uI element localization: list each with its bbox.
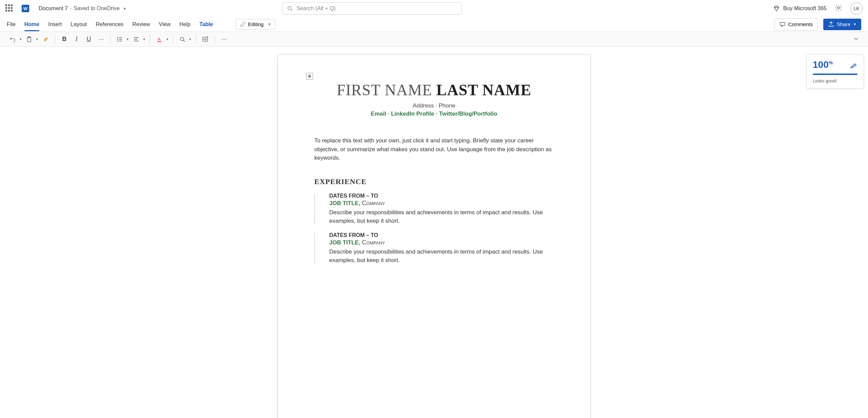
align-button[interactable] — [131, 34, 141, 44]
resume-name-heading[interactable]: FIRST NAME LAST NAME — [314, 81, 554, 99]
find-button[interactable] — [177, 34, 188, 44]
experience-dates: DATES FROM – TO — [329, 232, 554, 238]
tab-table[interactable]: Table — [199, 18, 213, 31]
svg-rect-17 — [157, 41, 161, 42]
editor-score-widget[interactable]: 100% Looks good! — [806, 54, 864, 88]
search-placeholder: Search (Alt + Q) — [297, 5, 336, 12]
experience-description: Describe your responsibilities and achie… — [329, 208, 554, 225]
ribbon-toolbar: ▼ ▼ B I U ⋯ ▼ ▼ A ▼ ▼ + ⋯ — [0, 32, 868, 47]
chevron-down-icon: ▼ — [268, 22, 271, 26]
chevron-down-icon[interactable]: ▼ — [189, 38, 192, 41]
user-avatar[interactable]: LK — [850, 2, 863, 15]
document-title-area[interactable]: Document 7 - Saved to OneDrive ▼ — [39, 5, 126, 12]
svg-line-19 — [183, 40, 185, 42]
svg-point-11 — [117, 40, 118, 41]
tab-layout[interactable]: Layout — [71, 18, 87, 31]
editor-score-message: Looks good! — [813, 78, 857, 83]
tab-file[interactable]: File — [7, 18, 16, 31]
pen-feather-icon — [850, 61, 857, 68]
svg-text:+: + — [206, 36, 209, 39]
svg-point-18 — [180, 37, 184, 41]
editing-mode-button[interactable]: Editing ▼ — [236, 19, 276, 29]
chevron-down-icon[interactable]: ▼ — [143, 38, 146, 41]
svg-point-7 — [117, 37, 118, 38]
tab-review[interactable]: Review — [132, 18, 150, 31]
search-icon — [287, 6, 293, 11]
share-button[interactable]: Share ▼ — [823, 19, 861, 30]
svg-point-0 — [288, 6, 291, 10]
experience-dates: DATES FROM – TO — [329, 193, 554, 199]
chevron-down-icon: ▼ — [853, 22, 856, 26]
document-page[interactable]: FIRST NAME LAST NAME Address · Phone Ema… — [277, 54, 591, 418]
editor-score-value: 100% — [813, 59, 833, 70]
svg-point-3 — [837, 7, 840, 9]
comment-icon — [780, 21, 786, 27]
bold-button[interactable]: B — [59, 34, 70, 44]
resume-links-line[interactable]: Email · LinkedIn Profile · Twitter/Blog/… — [314, 111, 554, 117]
ribbon-expand-button[interactable] — [852, 34, 861, 44]
save-location: Saved to OneDrive — [74, 5, 120, 12]
document-canvas[interactable]: FIRST NAME LAST NAME Address · Phone Ema… — [0, 47, 868, 418]
experience-entry[interactable]: DATES FROM – TO JOB TITLE, Company Descr… — [329, 193, 554, 225]
chevron-down-icon[interactable]: ▼ — [166, 38, 169, 41]
more-commands-button[interactable]: ⋯ — [219, 34, 229, 44]
buy-microsoft-365-button[interactable]: Buy Microsoft 365 — [773, 5, 827, 12]
italic-button[interactable]: I — [72, 34, 82, 44]
undo-button[interactable] — [7, 34, 18, 44]
svg-point-9 — [117, 39, 118, 40]
table-move-handle[interactable] — [306, 73, 313, 80]
share-icon — [828, 21, 834, 27]
font-color-button[interactable]: A — [154, 34, 164, 44]
gear-icon — [835, 4, 842, 12]
chevron-down-icon[interactable]: ▼ — [126, 38, 129, 41]
experience-entry[interactable]: DATES FROM – TO JOB TITLE, Company Descr… — [329, 232, 554, 265]
paste-button[interactable] — [24, 34, 34, 44]
settings-button[interactable] — [835, 4, 842, 13]
tab-references[interactable]: References — [96, 18, 123, 31]
diamond-icon — [773, 5, 780, 12]
resume-contact-line[interactable]: Address · Phone — [314, 102, 554, 109]
tab-insert[interactable]: Insert — [48, 18, 62, 31]
insert-table-button[interactable]: + — [200, 34, 211, 44]
editor-score-bar — [813, 74, 857, 75]
ribbon-tabs: File Home Insert Layout References Revie… — [0, 17, 868, 32]
search-input[interactable]: Search (Alt + Q) — [282, 2, 462, 15]
bullet-list-button[interactable] — [115, 34, 125, 44]
chevron-down-icon: ▼ — [123, 7, 126, 11]
svg-text:A: A — [158, 37, 161, 42]
tab-view[interactable]: View — [159, 18, 171, 31]
chevron-down-icon — [854, 36, 859, 41]
app-launcher-icon[interactable] — [5, 4, 14, 13]
comments-button[interactable]: Comments — [774, 18, 818, 31]
chevron-down-icon[interactable]: ▼ — [36, 38, 39, 41]
document-title: Document 7 — [39, 5, 68, 12]
word-app-icon[interactable]: W — [22, 5, 29, 12]
format-painter-button[interactable] — [41, 34, 51, 44]
resume-summary[interactable]: To replace this text with your own, just… — [314, 136, 554, 162]
experience-title-line: JOB TITLE, Company — [329, 200, 554, 207]
pen-icon — [240, 22, 245, 27]
tab-help[interactable]: Help — [179, 18, 191, 31]
experience-title-line: JOB TITLE, Company — [329, 239, 554, 246]
svg-rect-4 — [780, 22, 785, 25]
chevron-down-icon[interactable]: ▼ — [19, 38, 22, 41]
underline-button[interactable]: U — [84, 34, 94, 44]
svg-line-1 — [291, 9, 292, 11]
experience-description: Describe your responsibilities and achie… — [329, 247, 554, 265]
experience-heading[interactable]: EXPERIENCE — [314, 177, 554, 186]
title-bar: W Document 7 - Saved to OneDrive ▼ Searc… — [0, 0, 868, 17]
tab-home[interactable]: Home — [24, 18, 39, 31]
svg-rect-5 — [27, 37, 31, 42]
more-font-options-button[interactable]: ⋯ — [96, 34, 106, 44]
